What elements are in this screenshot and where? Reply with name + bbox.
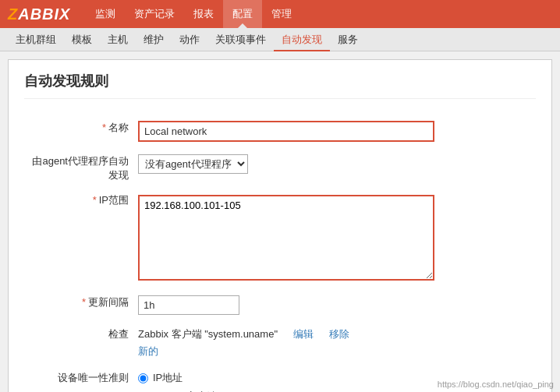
- name-row: *名称: [24, 115, 536, 148]
- check-new-container: 新的: [138, 341, 531, 358]
- radio-ip-text: IP地址: [153, 371, 183, 385]
- nav-maintenance[interactable]: 维护: [136, 28, 172, 51]
- interval-input-cell: [133, 289, 536, 321]
- ip-range-textarea[interactable]: 192.168.100.101-105: [138, 195, 434, 281]
- check-label: 检查: [24, 321, 133, 365]
- nav-config[interactable]: 配置: [223, 0, 262, 28]
- required-star-interval: *: [82, 296, 86, 308]
- check-row-tr: 检查 Zabbix 客户端 "system.uname" 编辑 移除 新的: [24, 321, 536, 365]
- check-new-link[interactable]: 新的: [138, 344, 158, 358]
- required-star-ip: *: [93, 194, 97, 206]
- form-table: *名称 由agent代理程序自动发现 没有agent代理程序: [24, 115, 536, 392]
- radio-group: IP地址 Zabbix 客户端 "system.uname": [138, 371, 531, 392]
- top-navigation: ZABBIX 监测 资产记录 报表 配置 管理: [0, 0, 560, 28]
- nav-hosts[interactable]: 主机: [100, 28, 136, 51]
- uniqueness-label: 设备唯一性准则: [24, 365, 133, 392]
- page-content: 自动发现规则 *名称 由agent代理程序自动发现 没有agent代理程序: [8, 59, 552, 392]
- page-title: 自动发现规则: [24, 72, 536, 99]
- nav-monitor[interactable]: 监测: [86, 0, 125, 28]
- nav-admin[interactable]: 管理: [262, 0, 301, 28]
- name-input[interactable]: [138, 121, 434, 142]
- nav-hostgroups[interactable]: 主机群组: [8, 28, 64, 51]
- nav-discovery[interactable]: 自动发现: [274, 28, 330, 51]
- required-star: *: [102, 122, 106, 133]
- uniqueness-row: 设备唯一性准则 IP地址 Zabbix 客户端 "system.uname": [24, 365, 536, 392]
- nav-services[interactable]: 服务: [330, 28, 366, 51]
- radio-ip-label[interactable]: IP地址: [138, 371, 531, 385]
- interval-input[interactable]: [138, 295, 239, 315]
- check-item-text: Zabbix 客户端 "system.uname": [138, 327, 278, 341]
- radio-ip[interactable]: [138, 373, 148, 383]
- name-input-cell: [133, 115, 536, 148]
- check-edit-link[interactable]: 编辑: [293, 327, 314, 341]
- ip-range-row: *IP范围 192.168.100.101-105: [24, 189, 536, 289]
- nav-actions[interactable]: 动作: [172, 28, 207, 51]
- nav-assets[interactable]: 资产记录: [125, 0, 184, 28]
- name-label: *名称: [24, 115, 133, 148]
- check-item-row: Zabbix 客户端 "system.uname" 编辑 移除: [138, 327, 531, 341]
- agent-label: 由agent代理程序自动发现: [24, 148, 133, 189]
- check-remove-link[interactable]: 移除: [329, 327, 349, 341]
- agent-select[interactable]: 没有agent代理程序: [138, 154, 248, 174]
- ip-range-cell: 192.168.100.101-105: [133, 189, 536, 289]
- nav-correlations[interactable]: 关联项事件: [207, 28, 274, 51]
- uniqueness-cell: IP地址 Zabbix 客户端 "system.uname": [133, 365, 536, 392]
- second-navigation: 主机群组 模板 主机 维护 动作 关联项事件 自动发现 服务: [0, 28, 560, 51]
- interval-row: *更新间隔: [24, 289, 536, 321]
- nav-templates[interactable]: 模板: [64, 28, 100, 51]
- ip-range-label: *IP范围: [24, 189, 133, 289]
- nav-reports[interactable]: 报表: [184, 0, 223, 28]
- logo: ZABBIX: [8, 5, 70, 23]
- agent-select-cell: 没有agent代理程序: [133, 148, 536, 189]
- check-cell: Zabbix 客户端 "system.uname" 编辑 移除 新的: [133, 321, 536, 365]
- interval-label: *更新间隔: [24, 289, 133, 321]
- agent-row: 由agent代理程序自动发现 没有agent代理程序: [24, 148, 536, 189]
